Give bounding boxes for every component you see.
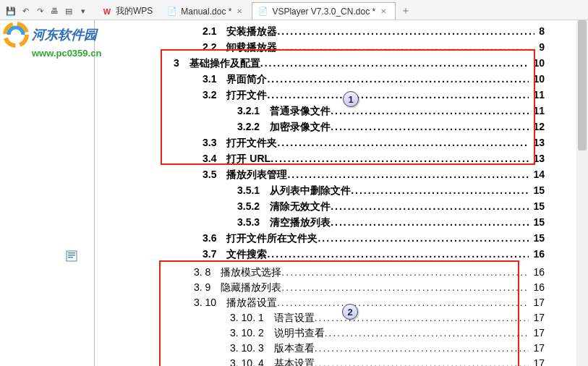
redo-icon[interactable]: ↷ [35, 6, 45, 16]
toc-page: 16 [533, 246, 545, 262]
toc-title: 播放列表管理 [226, 166, 287, 182]
site-logo-icon [3, 22, 29, 48]
toc-page: 11 [533, 103, 545, 119]
close-icon[interactable]: ✕ [379, 7, 388, 16]
toc-entry: 3. 10. 3版本查看............................… [174, 341, 545, 356]
toc-number: 3. 10. 3 [230, 341, 264, 356]
toc-page: 13 [533, 150, 545, 166]
toc-entry: 3.7文件搜索.................................… [174, 246, 545, 262]
vertical-scrollbar[interactable] [576, 20, 588, 366]
toc-title: 清除无效文件 [270, 198, 331, 214]
svg-rect-2 [68, 252, 75, 254]
toc-title: 加密录像文件 [270, 119, 331, 135]
toc-number: 3.5.3 [237, 214, 260, 230]
toc-leader: ........................................… [260, 55, 529, 71]
tab-doc-2[interactable]: 📄 VSPlayer V7.3.0_CN.doc * ✕ [252, 2, 396, 20]
toc-number: 3.1 [203, 71, 216, 87]
page-edge [94, 20, 95, 366]
toc-number: 3. 9 [194, 280, 210, 295]
toc-leader: ........................................… [315, 341, 529, 356]
toc-leader: ........................................… [315, 356, 529, 366]
toc-entry: 3.6打开文件所在文件夹............................… [174, 230, 545, 246]
toc-number: 3.5 [203, 166, 216, 182]
toc-number: 3. 10. 2 [230, 325, 264, 341]
save-icon[interactable]: 💾 [6, 6, 16, 16]
scrollbar-thumb[interactable] [578, 20, 587, 150]
toc-leader: ........................................… [281, 265, 529, 280]
toc-number: 3.2.2 [237, 119, 260, 135]
badge-1: 1 [343, 91, 359, 107]
toc-page: 17 [533, 295, 545, 310]
toc-number: 3.5.1 [237, 182, 260, 198]
badge-2: 2 [342, 304, 358, 320]
toc-page: 8 [539, 23, 545, 39]
toc-entry: 3. 8播放模式选择..............................… [174, 265, 545, 280]
toc-entry: 3.5.1从列表中删除文件...........................… [174, 182, 545, 198]
svg-point-0 [5, 24, 27, 46]
toc-entry: 3.2.2加密录像文件.............................… [174, 119, 545, 135]
toc-title: 播放模式选择 [221, 265, 281, 280]
toc-leader: ........................................… [281, 280, 529, 295]
toc-entry: 2.2卸载播放器................................… [174, 39, 545, 55]
toc-number: 3.2.1 [237, 103, 260, 119]
toc-page: 10 [533, 55, 545, 71]
toc-leader: ........................................… [331, 214, 529, 230]
toc-entry: 3. 9隐藏播放列表..............................… [174, 280, 545, 295]
toc-page: 15 [533, 198, 545, 214]
toc-number: 3. 10. 1 [230, 310, 264, 325]
toc-entry: 3.3打开文件夹................................… [174, 135, 545, 150]
toc-entry: 2.1安装播放器................................… [174, 23, 545, 39]
toc-leader: ........................................… [277, 23, 534, 39]
toc-title: 文件搜索 [226, 246, 267, 262]
toc-leader: ........................................… [277, 135, 529, 150]
toc-page: 10 [533, 71, 545, 87]
print-icon[interactable]: 🖶 [49, 6, 59, 16]
toc-entry: 3. 10播放器设置..............................… [174, 295, 545, 310]
toc-number: 3.3 [203, 135, 216, 150]
toc-leader: ........................................… [267, 87, 529, 103]
site-url: www.pc0359.cn [32, 48, 101, 59]
toc-leader: ........................................… [267, 246, 529, 262]
tab-label: VSPlayer V7.3.0_CN.doc * [272, 7, 375, 17]
more-icon[interactable]: ▾ [78, 6, 88, 16]
toc-title: 清空播放列表 [270, 214, 331, 230]
toc-page: 17 [533, 341, 545, 356]
document-page: 2.1安装播放器................................… [101, 20, 588, 366]
toc-leader: ........................................… [267, 71, 529, 87]
toc-title: 从列表中删除文件 [270, 182, 351, 198]
toc-title: 版本查看 [274, 341, 315, 356]
toc-number: 3.2 [203, 87, 216, 103]
tab-home[interactable]: W 我的WPS [95, 2, 161, 20]
toc-number: 2.2 [203, 39, 216, 55]
toc-page: 14 [533, 166, 545, 182]
toc-page: 13 [533, 135, 545, 150]
close-icon[interactable]: ✕ [235, 7, 244, 16]
toc-leader: ........................................… [331, 119, 529, 135]
toc-title: 基本设置 [274, 356, 315, 366]
toc-leader: ........................................… [270, 150, 529, 166]
toc-number: 3.4 [203, 150, 216, 166]
toc-title: 普通录像文件 [270, 103, 331, 119]
undo-icon[interactable]: ↶ [20, 6, 30, 16]
preview-icon[interactable]: ▤ [64, 6, 74, 16]
toc-leader: ........................................… [277, 39, 534, 55]
site-name: 河东软件园 [32, 26, 97, 43]
toc-title: 语言设置 [274, 310, 315, 325]
tab-doc-1[interactable]: 📄 Manual.doc * ✕ [161, 2, 252, 20]
toc-entry: 3.5.3清空播放列表.............................… [174, 214, 545, 230]
toc-page: 16 [533, 280, 545, 295]
navpane-toggle-icon[interactable] [65, 250, 78, 263]
toc-title: 安装播放器 [226, 23, 277, 39]
tab-bar: 💾 ↶ ↷ 🖶 ▤ ▾ W 我的WPS 📄 Manual.doc * ✕ 📄 V… [0, 0, 588, 20]
toc-entry: 3. 10. 2说明书查看...........................… [174, 325, 545, 341]
toc-page: 17 [533, 325, 545, 341]
toc-title: 打开文件所在文件夹 [226, 230, 318, 246]
toc-number: 2.1 [203, 23, 216, 39]
new-tab-button[interactable]: ＋ [399, 4, 413, 18]
toc-entry: 3.2打开文件.................................… [174, 87, 545, 103]
toc-number: 3.7 [203, 246, 216, 262]
toc-leader: ........................................… [287, 166, 529, 182]
toc-title: 卸载播放器 [226, 39, 277, 55]
toc-entry: 3.4打开 URL...............................… [174, 150, 545, 166]
toc-entry: 3. 10. 1语言设置............................… [174, 310, 545, 325]
